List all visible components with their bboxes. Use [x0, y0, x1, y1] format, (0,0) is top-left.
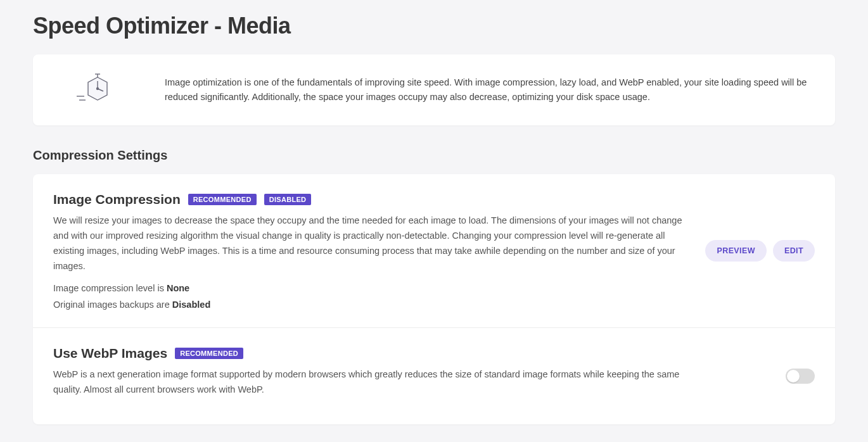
preview-button[interactable]: PREVIEW [705, 240, 766, 262]
edit-button[interactable]: EDIT [773, 240, 815, 262]
image-compression-title: Image Compression [53, 192, 181, 207]
speed-clock-icon [53, 72, 142, 108]
image-compression-description: We will resize your images to decrease t… [53, 213, 690, 274]
page-title: Speed Optimizer - Media [33, 13, 835, 39]
section-title: Compression Settings [33, 148, 835, 163]
webp-toggle[interactable] [786, 369, 815, 384]
compression-level-line: Image compression level is None [53, 283, 690, 293]
intro-text: Image optimization is one of the fundame… [165, 75, 815, 104]
toggle-knob [787, 370, 800, 382]
intro-card: Image optimization is one of the fundame… [33, 54, 835, 125]
recommended-badge: RECOMMENDED [175, 348, 243, 359]
webp-title: Use WebP Images [53, 346, 167, 361]
webp-block: Use WebP Images RECOMMENDED WebP is a ne… [33, 328, 835, 424]
backup-status-line: Original images backups are Disabled [53, 300, 690, 310]
image-compression-block: Image Compression RECOMMENDED DISABLED W… [33, 174, 835, 328]
recommended-badge: RECOMMENDED [188, 194, 257, 205]
svg-point-5 [97, 88, 99, 90]
settings-card: Image Compression RECOMMENDED DISABLED W… [33, 174, 835, 424]
disabled-badge: DISABLED [264, 194, 312, 205]
webp-description: WebP is a next generation image format s… [53, 367, 699, 398]
